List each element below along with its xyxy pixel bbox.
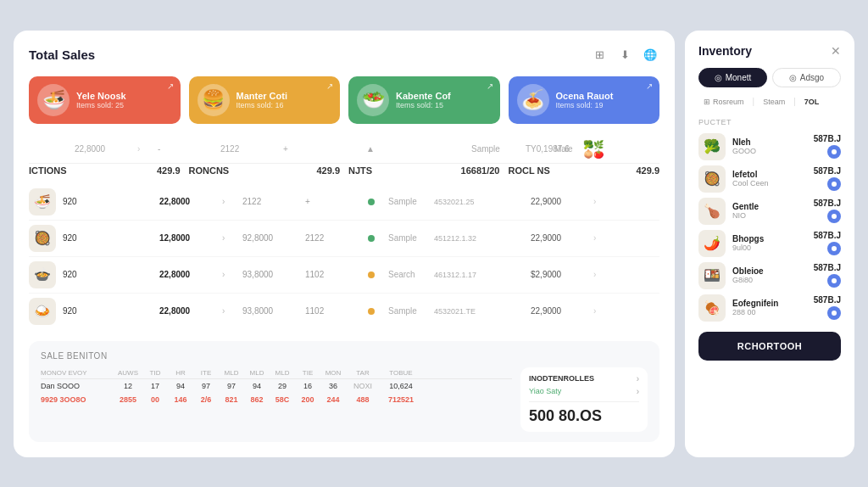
inv-item-img-1: 🥘 xyxy=(698,165,726,193)
svg-point-0 xyxy=(832,149,837,154)
inv-badge-0 xyxy=(827,145,841,159)
row-food-img: 🍛 xyxy=(29,298,56,325)
inventory-title: Inventory xyxy=(698,44,752,58)
inv-item-img-3: 🌶️ xyxy=(698,230,726,257)
toggle-monett-icon: ◎ xyxy=(715,73,722,82)
inv-item-info-0: Nleh GOOO xyxy=(732,137,807,155)
header-icons: ⊞ ⬇ 🌐 xyxy=(590,46,659,64)
inv-item-img-5: 🍖 xyxy=(698,294,726,322)
cat-arrow-1: ↗ xyxy=(326,81,333,91)
food-table: 🍜 920 22,8000 › 2122 + Sample 4532021.25… xyxy=(29,184,659,329)
analytics-section: SALE BENITON MONOV EVOY AUWS TID HR ITE … xyxy=(29,341,659,442)
filter-tabs: ⊞ Rosreum | Steam | 7OL xyxy=(698,96,841,108)
cat-info-1: Manter Coti Items sold: 16 xyxy=(236,91,332,109)
section-headers: ICTIONS 429.9 RONCNS 429.9 NJTS 16681/20… xyxy=(29,164,659,177)
grid-icon[interactable]: ⊞ xyxy=(590,46,609,64)
category-card-0[interactable]: 🍜 Yele Noosk Items sold: 25 ↗ xyxy=(29,76,181,124)
inv-item-img-2: 🍗 xyxy=(698,198,726,225)
analytics-title: SALE BENITON xyxy=(41,351,648,361)
inventory-section-label: PUCTET xyxy=(698,118,841,126)
inv-item-0[interactable]: 🥦 Nleh GOOO 587B.J xyxy=(698,133,841,160)
table-row: 🍜 920 22,8000 › 2122 + Sample 4532021.25… xyxy=(29,184,659,221)
inv-badge-1 xyxy=(827,177,841,191)
inv-badge-4 xyxy=(827,274,841,288)
inv-item-5[interactable]: 🍖 Eofegnifein 288 00 587B.J xyxy=(698,294,841,322)
inv-item-img-0: 🥦 xyxy=(698,133,726,160)
inv-item-4[interactable]: 🍱 Obleioe G8i80 587B.J xyxy=(698,262,841,289)
main-header: Total Sales ⊞ ⬇ 🌐 xyxy=(29,46,659,64)
row-food-img: 🍜 xyxy=(29,188,56,216)
table-row: 🍲 920 22,8000 › 93,8000 1102 Search 4613… xyxy=(29,257,659,294)
cat-arrow-3: ↗ xyxy=(646,81,653,91)
analytics-right-box: INODTENROLLES › Yiao Saty › 500 80.OS xyxy=(520,367,648,432)
close-button[interactable]: ✕ xyxy=(831,44,841,58)
section-head-1: RONCNS 429.9 xyxy=(189,164,341,177)
filter-tab-rosreum[interactable]: ⊞ Rosreum xyxy=(698,96,749,108)
row-food-img: 🍲 xyxy=(29,261,56,288)
cat-img-1: 🍔 xyxy=(198,84,230,116)
inv-item-info-2: Gentle NIO xyxy=(732,202,807,220)
cat-img-3: 🍝 xyxy=(517,84,549,116)
filter-tab-7ol[interactable]: 7OL xyxy=(799,96,825,108)
svg-point-4 xyxy=(832,278,837,283)
analytics-col-headers: MONOV EVOY AUWS TID HR ITE MLD MLD MLD T… xyxy=(41,367,512,379)
inventory-items: 🥦 Nleh GOOO 587B.J 🥘 lefetol Cool Ceen 5… xyxy=(698,133,841,322)
cat-arrow-0: ↗ xyxy=(167,81,174,91)
svg-point-5 xyxy=(832,311,837,316)
arrow-icon: › xyxy=(137,144,154,154)
inv-item-info-1: lefetol Cool Ceen xyxy=(732,170,807,188)
toggle-adsgo-icon: ◎ xyxy=(789,73,797,82)
table-header-row: 22,8000 › - 2122 + ▲ Sample TY0,1987.6 M… xyxy=(29,136,659,164)
cat-img-0: 🍜 xyxy=(37,84,70,116)
inventory-panel: Inventory ✕ ◎ Monett ◎ Adsgo ⊞ Rosreum |… xyxy=(685,31,854,457)
globe-icon[interactable]: 🌐 xyxy=(641,46,659,64)
category-card-3[interactable]: 🍝 Ocena Rauot Items sold: 19 ↗ xyxy=(509,76,660,124)
section-head-0: ICTIONS 429.9 xyxy=(29,164,181,177)
svg-point-1 xyxy=(832,182,837,187)
checkout-button[interactable]: RCHORTOOH xyxy=(698,332,841,361)
main-title: Total Sales xyxy=(29,48,95,62)
toggle-adsgo[interactable]: ◎ Adsgo xyxy=(772,68,841,87)
analytics-table-wrapper: MONOV EVOY AUWS TID HR ITE MLD MLD MLD T… xyxy=(41,367,512,432)
cat-img-2: 🥗 xyxy=(357,84,389,116)
inv-item-1[interactable]: 🥘 lefetol Cool Ceen 587B.J xyxy=(698,165,841,193)
inventory-header: Inventory ✕ xyxy=(698,44,841,58)
filter-tab-steam[interactable]: Steam xyxy=(758,96,790,108)
toggle-monett[interactable]: ◎ Monett xyxy=(698,68,767,87)
download-icon[interactable]: ⬇ xyxy=(615,46,634,64)
inv-item-2[interactable]: 🍗 Gentle NIO 587B.J xyxy=(698,198,841,225)
inv-badge-2 xyxy=(827,210,841,223)
analytics-content: MONOV EVOY AUWS TID HR ITE MLD MLD MLD T… xyxy=(41,367,648,432)
analytics-row-1: Dan SOOO 12 17 94 97 97 94 29 16 36 NOXI… xyxy=(41,379,512,393)
analytics-total-row: 9929 3OO8O 2855 00 146 2/6 821 862 58C 2… xyxy=(41,393,512,406)
row-food-img: 🥘 xyxy=(29,225,56,252)
inv-item-info-5: Eofegnifein 288 00 xyxy=(732,299,807,316)
inv-badge-3 xyxy=(827,242,841,255)
inv-item-3[interactable]: 🌶️ Bhopgs 9ul00 587B.J xyxy=(698,230,841,257)
table-row: 🥘 920 12,8000 › 92,8000 2122 Sample 4512… xyxy=(29,221,659,257)
category-card-2[interactable]: 🥗 Kabente Cof Items sold: 15 ↗ xyxy=(348,76,500,124)
cat-info-2: Kabente Cof Items sold: 15 xyxy=(396,91,492,109)
category-cards: 🍜 Yele Noosk Items sold: 25 ↗ 🍔 Manter C… xyxy=(29,76,659,124)
inv-item-img-4: 🍱 xyxy=(698,262,726,289)
analytics-total-value: 500 80.OS xyxy=(529,407,639,425)
main-panel: Total Sales ⊞ ⬇ 🌐 🍜 Yele Noosk Items sol… xyxy=(14,31,675,457)
cat-info-0: Yele Noosk Items sold: 25 xyxy=(76,91,172,109)
svg-point-2 xyxy=(832,214,837,219)
cat-info-3: Ocena Rauot Items sold: 19 xyxy=(556,91,652,109)
section-head-2: NJTS 16681/20 xyxy=(348,164,500,177)
svg-point-3 xyxy=(832,246,837,251)
inv-item-info-3: Bhopgs 9ul00 xyxy=(732,234,807,252)
inv-badge-5 xyxy=(827,306,841,320)
section-head-3: ROCL NS 429.9 xyxy=(509,164,660,177)
category-card-1[interactable]: 🍔 Manter Coti Items sold: 16 ↗ xyxy=(189,76,341,124)
table-row: 🍛 920 22,8000 › 93,8000 1102 Sample 4532… xyxy=(29,294,659,329)
toggle-group: ◎ Monett ◎ Adsgo xyxy=(698,68,841,87)
cat-arrow-2: ↗ xyxy=(487,81,493,91)
inv-item-info-4: Obleioe G8i80 xyxy=(732,266,807,284)
